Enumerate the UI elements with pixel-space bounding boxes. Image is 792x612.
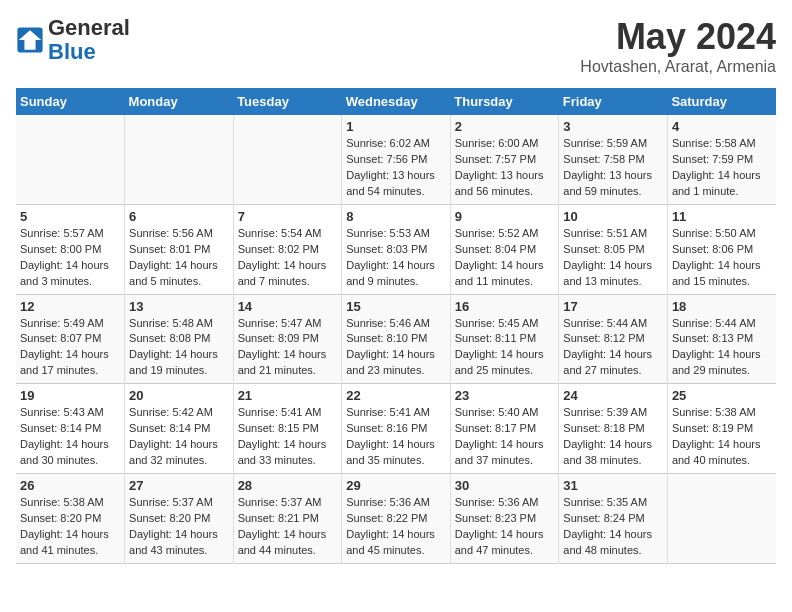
calendar-cell: 24Sunrise: 5:39 AM Sunset: 8:18 PM Dayli… [559, 384, 668, 474]
day-info: Sunrise: 5:43 AM Sunset: 8:14 PM Dayligh… [20, 405, 120, 469]
calendar-cell: 18Sunrise: 5:44 AM Sunset: 8:13 PM Dayli… [667, 294, 776, 384]
day-number: 15 [346, 299, 446, 314]
day-number: 18 [672, 299, 772, 314]
day-number: 11 [672, 209, 772, 224]
calendar-cell: 17Sunrise: 5:44 AM Sunset: 8:12 PM Dayli… [559, 294, 668, 384]
day-info: Sunrise: 5:40 AM Sunset: 8:17 PM Dayligh… [455, 405, 555, 469]
day-info: Sunrise: 5:41 AM Sunset: 8:16 PM Dayligh… [346, 405, 446, 469]
calendar-cell [667, 474, 776, 564]
day-number: 13 [129, 299, 229, 314]
day-number: 22 [346, 388, 446, 403]
day-number: 6 [129, 209, 229, 224]
column-header-wednesday: Wednesday [342, 88, 451, 115]
calendar-cell: 15Sunrise: 5:46 AM Sunset: 8:10 PM Dayli… [342, 294, 451, 384]
main-title: May 2024 [580, 16, 776, 58]
day-info: Sunrise: 5:49 AM Sunset: 8:07 PM Dayligh… [20, 316, 120, 380]
calendar-week-row: 19Sunrise: 5:43 AM Sunset: 8:14 PM Dayli… [16, 384, 776, 474]
calendar-week-row: 1Sunrise: 6:02 AM Sunset: 7:56 PM Daylig… [16, 115, 776, 204]
calendar-cell: 6Sunrise: 5:56 AM Sunset: 8:01 PM Daylig… [125, 204, 234, 294]
calendar-cell: 9Sunrise: 5:52 AM Sunset: 8:04 PM Daylig… [450, 204, 559, 294]
day-number: 20 [129, 388, 229, 403]
day-info: Sunrise: 6:00 AM Sunset: 7:57 PM Dayligh… [455, 136, 555, 200]
calendar-header-row: SundayMondayTuesdayWednesdayThursdayFrid… [16, 88, 776, 115]
day-info: Sunrise: 5:52 AM Sunset: 8:04 PM Dayligh… [455, 226, 555, 290]
calendar-cell [16, 115, 125, 204]
calendar-cell: 11Sunrise: 5:50 AM Sunset: 8:06 PM Dayli… [667, 204, 776, 294]
day-number: 9 [455, 209, 555, 224]
calendar-cell: 3Sunrise: 5:59 AM Sunset: 7:58 PM Daylig… [559, 115, 668, 204]
day-number: 8 [346, 209, 446, 224]
calendar-cell: 29Sunrise: 5:36 AM Sunset: 8:22 PM Dayli… [342, 474, 451, 564]
calendar-cell: 14Sunrise: 5:47 AM Sunset: 8:09 PM Dayli… [233, 294, 342, 384]
calendar-cell: 16Sunrise: 5:45 AM Sunset: 8:11 PM Dayli… [450, 294, 559, 384]
day-number: 21 [238, 388, 338, 403]
calendar-cell: 8Sunrise: 5:53 AM Sunset: 8:03 PM Daylig… [342, 204, 451, 294]
logo-blue: Blue [48, 39, 96, 64]
calendar-cell: 21Sunrise: 5:41 AM Sunset: 8:15 PM Dayli… [233, 384, 342, 474]
title-block: May 2024 Hovtashen, Ararat, Armenia [580, 16, 776, 76]
column-header-monday: Monday [125, 88, 234, 115]
day-info: Sunrise: 6:02 AM Sunset: 7:56 PM Dayligh… [346, 136, 446, 200]
calendar-week-row: 12Sunrise: 5:49 AM Sunset: 8:07 PM Dayli… [16, 294, 776, 384]
day-info: Sunrise: 5:48 AM Sunset: 8:08 PM Dayligh… [129, 316, 229, 380]
calendar-week-row: 26Sunrise: 5:38 AM Sunset: 8:20 PM Dayli… [16, 474, 776, 564]
column-header-tuesday: Tuesday [233, 88, 342, 115]
day-number: 7 [238, 209, 338, 224]
calendar-cell: 1Sunrise: 6:02 AM Sunset: 7:56 PM Daylig… [342, 115, 451, 204]
day-info: Sunrise: 5:42 AM Sunset: 8:14 PM Dayligh… [129, 405, 229, 469]
column-header-saturday: Saturday [667, 88, 776, 115]
day-info: Sunrise: 5:36 AM Sunset: 8:22 PM Dayligh… [346, 495, 446, 559]
day-number: 17 [563, 299, 663, 314]
calendar-cell: 31Sunrise: 5:35 AM Sunset: 8:24 PM Dayli… [559, 474, 668, 564]
day-info: Sunrise: 5:57 AM Sunset: 8:00 PM Dayligh… [20, 226, 120, 290]
day-info: Sunrise: 5:59 AM Sunset: 7:58 PM Dayligh… [563, 136, 663, 200]
day-number: 24 [563, 388, 663, 403]
calendar-cell: 23Sunrise: 5:40 AM Sunset: 8:17 PM Dayli… [450, 384, 559, 474]
day-number: 5 [20, 209, 120, 224]
day-number: 10 [563, 209, 663, 224]
calendar-week-row: 5Sunrise: 5:57 AM Sunset: 8:00 PM Daylig… [16, 204, 776, 294]
day-number: 2 [455, 119, 555, 134]
day-number: 14 [238, 299, 338, 314]
calendar-cell: 22Sunrise: 5:41 AM Sunset: 8:16 PM Dayli… [342, 384, 451, 474]
calendar-cell: 25Sunrise: 5:38 AM Sunset: 8:19 PM Dayli… [667, 384, 776, 474]
day-info: Sunrise: 5:50 AM Sunset: 8:06 PM Dayligh… [672, 226, 772, 290]
day-info: Sunrise: 5:38 AM Sunset: 8:20 PM Dayligh… [20, 495, 120, 559]
calendar-cell [125, 115, 234, 204]
day-info: Sunrise: 5:47 AM Sunset: 8:09 PM Dayligh… [238, 316, 338, 380]
day-number: 16 [455, 299, 555, 314]
day-number: 3 [563, 119, 663, 134]
day-info: Sunrise: 5:44 AM Sunset: 8:12 PM Dayligh… [563, 316, 663, 380]
calendar-cell: 30Sunrise: 5:36 AM Sunset: 8:23 PM Dayli… [450, 474, 559, 564]
calendar-cell: 20Sunrise: 5:42 AM Sunset: 8:14 PM Dayli… [125, 384, 234, 474]
logo-general: General [48, 15, 130, 40]
calendar-cell: 27Sunrise: 5:37 AM Sunset: 8:20 PM Dayli… [125, 474, 234, 564]
calendar-cell: 28Sunrise: 5:37 AM Sunset: 8:21 PM Dayli… [233, 474, 342, 564]
calendar-cell: 19Sunrise: 5:43 AM Sunset: 8:14 PM Dayli… [16, 384, 125, 474]
calendar-cell: 2Sunrise: 6:00 AM Sunset: 7:57 PM Daylig… [450, 115, 559, 204]
calendar-cell: 4Sunrise: 5:58 AM Sunset: 7:59 PM Daylig… [667, 115, 776, 204]
day-number: 1 [346, 119, 446, 134]
calendar-cell: 5Sunrise: 5:57 AM Sunset: 8:00 PM Daylig… [16, 204, 125, 294]
day-info: Sunrise: 5:56 AM Sunset: 8:01 PM Dayligh… [129, 226, 229, 290]
logo-icon [16, 26, 44, 54]
day-number: 19 [20, 388, 120, 403]
calendar-cell: 26Sunrise: 5:38 AM Sunset: 8:20 PM Dayli… [16, 474, 125, 564]
day-info: Sunrise: 5:58 AM Sunset: 7:59 PM Dayligh… [672, 136, 772, 200]
day-info: Sunrise: 5:41 AM Sunset: 8:15 PM Dayligh… [238, 405, 338, 469]
day-number: 31 [563, 478, 663, 493]
day-number: 28 [238, 478, 338, 493]
calendar-cell: 13Sunrise: 5:48 AM Sunset: 8:08 PM Dayli… [125, 294, 234, 384]
day-info: Sunrise: 5:39 AM Sunset: 8:18 PM Dayligh… [563, 405, 663, 469]
page-header: General Blue May 2024 Hovtashen, Ararat,… [16, 16, 776, 76]
day-number: 27 [129, 478, 229, 493]
column-header-sunday: Sunday [16, 88, 125, 115]
day-info: Sunrise: 5:53 AM Sunset: 8:03 PM Dayligh… [346, 226, 446, 290]
day-number: 30 [455, 478, 555, 493]
day-info: Sunrise: 5:45 AM Sunset: 8:11 PM Dayligh… [455, 316, 555, 380]
column-header-friday: Friday [559, 88, 668, 115]
logo: General Blue [16, 16, 130, 64]
calendar-cell: 10Sunrise: 5:51 AM Sunset: 8:05 PM Dayli… [559, 204, 668, 294]
column-header-thursday: Thursday [450, 88, 559, 115]
calendar-cell [233, 115, 342, 204]
